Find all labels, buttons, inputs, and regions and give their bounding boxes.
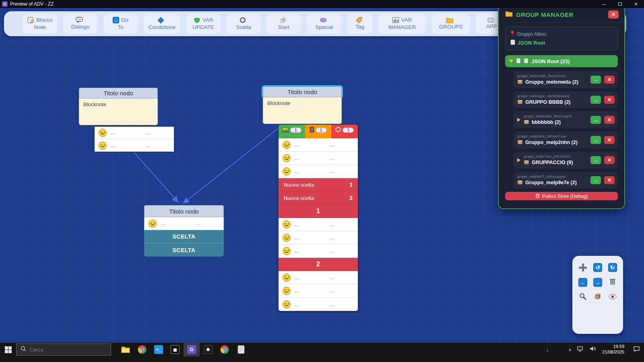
goto-group-button[interactable]: → [590,76,601,84]
zoom-button[interactable] [579,293,586,302]
choice-row[interactable]: Nuova scelta1 [279,178,358,191]
dialog-row[interactable]: ...... [95,139,174,152]
root-group-row[interactable]: JSON Root (23) [505,55,618,67]
taskbar-app-explorer[interactable] [118,343,134,356]
toolbar-button-condizione[interactable]: Condizione [144,14,181,33]
node-body[interactable]: Blocknote [79,99,158,125]
delete-group-button[interactable]: ✕ [604,156,615,164]
delete-group-button[interactable]: ✕ [604,116,615,124]
toolbar-button-dialogo[interactable]: Dialogo [63,14,98,33]
toolbar-button-var-update[interactable]: VAR UPDATE [186,14,221,33]
close-button[interactable]: ✕ [628,0,644,8]
dialog-row[interactable]: ...... [144,217,224,230]
collapse-arrow-icon[interactable] [509,60,513,63]
minimize-button[interactable]: — [596,0,612,8]
group-item-expandable[interactable]: gruppi_melp7oes_jmh181kicr GRUPPACCIO (9… [513,152,618,169]
group-item[interactable]: gruppi_melonwdb_l5ey24rrrsn Gruppo_melon… [513,71,618,88]
toolbar-button-tag[interactable]: Tag [347,14,373,33]
maximize-button[interactable] [612,0,628,8]
door-segment[interactable]: 1 ·· ·· ·· [305,125,332,138]
scelta-option-row[interactable]: SCELTA [144,243,224,257]
taskbar-search-box[interactable] [16,343,111,356]
delete-group-button[interactable]: ✕ [604,96,615,104]
dialog-row[interactable]: ...... [279,271,358,284]
node-dialog-1[interactable]: ...... ...... [95,127,174,152]
group-manager-title: GROUP MANAGER [516,11,574,18]
group-item-expandable[interactable]: gruppi_melou9e6_58ocucgr3t bbbbbbb (2) →… [513,111,618,128]
app-tool-icon [487,17,494,23]
visibility-button[interactable] [609,294,617,301]
dialog-row[interactable]: ...... [279,152,358,165]
dialog-row[interactable]: ...... [279,231,358,245]
goto-group-button[interactable]: → [590,96,601,104]
toolbar-button-blocco-note[interactable]: Blocco Note [23,14,58,33]
tray-chevron-icon[interactable]: ∧ [568,347,572,352]
undo-button[interactable]: ↺ [593,263,602,272]
scelta-option-row[interactable]: SCELTA [144,230,224,243]
taskbar-app-dark[interactable] [200,343,216,356]
node-title[interactable]: Titolo nodo [263,86,342,97]
toolbar-button-groups[interactable]: GROUPS [431,14,470,33]
dialog-row[interactable]: ...... [279,165,358,178]
delete-group-button[interactable]: ✕ [604,176,615,184]
delete-group-button[interactable]: ✕ [604,76,615,84]
node-blocknote-2-selected[interactable]: Titolo nodo Blocknote [263,86,342,124]
delete-group-button[interactable]: ✕ [604,136,615,144]
goto-group-button[interactable]: → [590,176,601,184]
node-scelta[interactable]: Titolo nodo ...... SCELTA SCELTA [144,205,224,257]
node-blocknote-1[interactable]: Titolo nodo Blocknote [79,88,158,125]
goto-group-button[interactable]: → [590,136,601,144]
action-center-icon[interactable] [633,346,640,354]
goto-group-button[interactable]: → [590,116,601,124]
dialog-row[interactable]: ...... [279,298,358,311]
add-node-button[interactable] [579,263,587,272]
taskbar-app-chrome-2[interactable] [217,343,233,356]
arrow-left-button[interactable]: ← [578,278,587,287]
pin-icon [510,31,514,37]
dialog-row[interactable]: ...... [279,138,358,152]
toolbar-button-start[interactable]: Start [266,14,301,33]
close-panel-button[interactable]: ✕ [608,10,619,19]
redo-button[interactable]: ↻ [608,263,617,272]
expand-arrow-icon[interactable] [517,118,520,122]
taskbar-app-adv-active[interactable]: G [184,343,200,356]
taskbar-app-chrome-1[interactable] [134,343,150,356]
node-title[interactable]: Titolo nodo [79,88,158,99]
start-button[interactable] [0,343,16,356]
expand-arrow-icon[interactable] [517,158,520,162]
group-item[interactable]: gruppi_melp2nho_9rlzsnr7cue Gruppo_melp2… [513,132,618,148]
background-segment[interactable]: 1 ·· ·· ·· [279,125,305,138]
taskbar-app-terminal[interactable]: ▦ [167,343,183,356]
shape-segment[interactable]: 1 ·· ·· ·· [331,125,358,138]
group-item[interactable]: gruppi_meloogbc_u9c025k9uwq GRUPPO BBBB … [513,91,618,108]
volume-icon[interactable] [590,346,597,353]
clear-store-button[interactable]: Pulisci Store (Debug) [505,192,618,200]
node-body[interactable]: Blocknote [263,97,342,124]
arrow-right-button[interactable]: → [593,278,602,287]
toolbar-label: To [118,24,123,31]
goto-group-button[interactable]: → [590,156,601,164]
download-arrow-icon[interactable]: ↓ [546,346,549,353]
group-item[interactable]: gruppi_melp9e7f_3ufonupgwz Gruppo_melp9e… [513,172,618,189]
toolbar-button-var-manager[interactable]: VAR MANAGER [378,14,426,33]
taskbar-app-powershell[interactable]: >_ [151,343,167,356]
package-button[interactable] [594,293,601,302]
toolbar-button-scelta[interactable]: Scelta [226,14,261,33]
dialog-row[interactable]: ...... [279,284,358,298]
dialog-row[interactable]: ...... [279,218,358,231]
section-row[interactable]: 1 [279,205,358,218]
toolbar-button-goto[interactable]: →Go To [103,14,138,33]
window-title: Preview of ADV - ZZ [10,1,54,7]
node-dialog-choice[interactable]: 1 ·· ·· ·· 1 ·· ·· ·· 1 ·· ·· ·· ...... … [279,125,358,311]
section-row[interactable]: 2 [279,258,358,271]
trash-button[interactable] [609,278,616,286]
dialog-row[interactable]: ...... [279,245,358,258]
dialog-row[interactable]: ...... [95,127,174,139]
network-icon[interactable] [577,346,584,354]
taskbar-app-notes[interactable] [233,343,249,356]
taskbar-clock[interactable]: 19:59 21/08/2025 [602,344,624,355]
toolbar-button-special[interactable]: Special [307,14,341,33]
search-input[interactable] [29,347,98,353]
node-title[interactable]: Titolo nodo [144,205,224,217]
choice-row[interactable]: Nuova scelta2 [279,191,358,205]
